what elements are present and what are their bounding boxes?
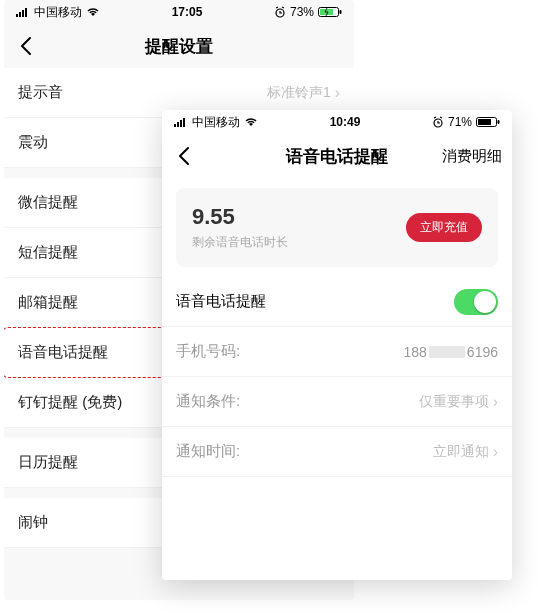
balance-value: 9.55: [192, 204, 406, 230]
row-value: 立即通知›: [433, 443, 498, 461]
row-voice-toggle: 语音电话提醒: [162, 277, 512, 327]
svg-rect-15: [478, 119, 491, 125]
status-bar: 中国移动 10:49 71%: [162, 110, 512, 134]
row-value: 仅重要事项›: [419, 393, 498, 411]
nav-bar: 提醒设置: [4, 24, 354, 68]
svg-rect-6: [339, 10, 341, 14]
phone-number-value: 188 6196: [403, 344, 498, 360]
signal-icon: [174, 117, 188, 127]
carrier-label: 中国移动: [192, 114, 240, 131]
clock: 17:05: [172, 5, 203, 19]
voice-reminder-screen: 中国移动 10:49 71% 语音电话提醒 消费明细 9.55 剩余语音电话时长: [162, 110, 512, 580]
row-notify-condition[interactable]: 通知条件: 仅重要事项›: [162, 377, 512, 427]
billing-detail-link[interactable]: 消费明细: [442, 147, 502, 166]
row-label: 通知条件:: [176, 392, 419, 411]
svg-rect-14: [497, 120, 499, 124]
row-label: 语音电话提醒: [176, 292, 454, 311]
svg-rect-1: [19, 12, 21, 17]
svg-rect-2: [22, 10, 24, 17]
row-label: 提示音: [18, 83, 267, 102]
chevron-right-icon: ›: [493, 393, 498, 411]
wifi-icon: [86, 7, 100, 17]
back-button[interactable]: [14, 34, 38, 58]
status-bar: 中国移动 17:05 73%: [4, 0, 354, 24]
alarm-icon: [432, 116, 444, 128]
svg-rect-8: [174, 124, 176, 127]
row-notify-time[interactable]: 通知时间: 立即通知›: [162, 427, 512, 477]
recharge-button[interactable]: 立即充值: [406, 213, 482, 242]
row-label: 手机号码:: [176, 342, 403, 361]
clock: 10:49: [330, 115, 361, 129]
row-phone-number[interactable]: 手机号码: 188 6196: [162, 327, 512, 377]
carrier-label: 中国移动: [34, 4, 82, 21]
battery-icon: [318, 6, 342, 18]
back-button[interactable]: [172, 144, 196, 168]
wifi-icon: [244, 117, 258, 127]
chevron-right-icon: ›: [335, 84, 340, 102]
voice-settings-list: 语音电话提醒 手机号码: 188 6196 通知条件: 仅重要事项› 通知时间:…: [162, 277, 512, 477]
balance-card: 9.55 剩余语音电话时长 立即充值: [176, 188, 498, 267]
balance-label: 剩余语音电话时长: [192, 234, 406, 251]
battery-percent: 71%: [448, 115, 472, 129]
svg-rect-0: [16, 14, 18, 17]
svg-rect-9: [177, 122, 179, 127]
svg-rect-11: [183, 118, 185, 127]
voice-reminder-toggle[interactable]: [454, 289, 498, 315]
battery-percent: 73%: [290, 5, 314, 19]
svg-rect-3: [25, 8, 27, 17]
signal-icon: [16, 7, 30, 17]
row-value: 标准铃声1›: [267, 84, 340, 102]
nav-bar: 语音电话提醒 消费明细: [162, 134, 512, 178]
svg-rect-10: [180, 120, 182, 127]
alarm-icon: [274, 6, 286, 18]
masked-digits: [429, 346, 465, 358]
row-label: 通知时间:: [176, 442, 433, 461]
battery-icon: [476, 116, 500, 128]
chevron-right-icon: ›: [493, 443, 498, 461]
page-title: 提醒设置: [4, 35, 354, 58]
